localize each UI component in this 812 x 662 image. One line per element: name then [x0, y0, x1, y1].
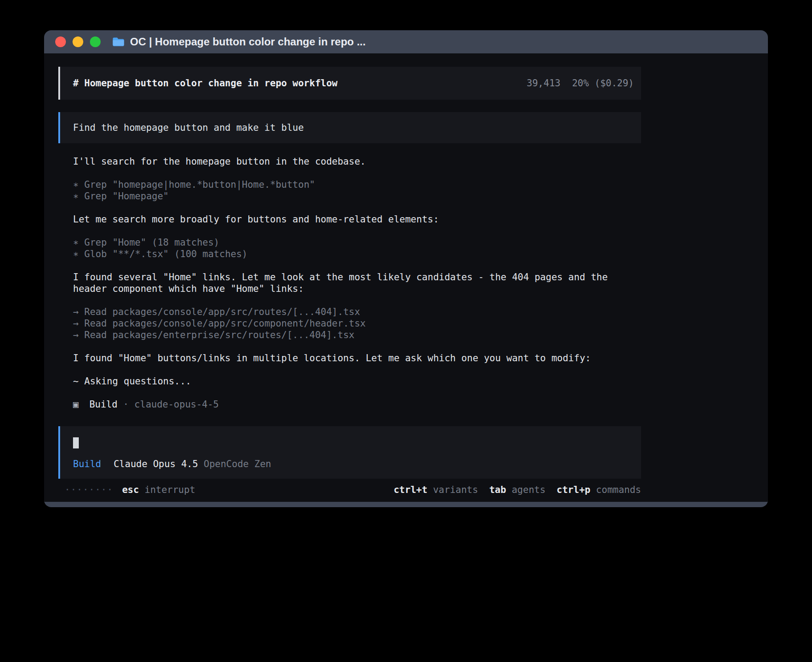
tool-call-text: Glob "**/*.tsx" (100 matches) [84, 249, 248, 259]
hint-commands: ctrl+p commands [556, 484, 641, 495]
zoom-button[interactable] [90, 36, 101, 47]
progress-dots: ········ [65, 484, 113, 495]
input-meta: BuildClaude Opus 4.5 OpenCode Zen [73, 458, 634, 470]
tool-call-group: ∗ Grep "Home" (18 matches) ∗ Glob "**/*.… [73, 237, 641, 260]
session-title: # Homepage button color change in repo w… [73, 77, 337, 89]
esc-label: interrupt [145, 484, 195, 495]
status-left: ········esc interrupt [58, 484, 195, 496]
mode-label: Build [73, 459, 101, 469]
file-read-text: Read packages/console/app/src/component/… [84, 318, 365, 329]
assistant-message: I found several "Home" links. Let me loo… [73, 271, 641, 295]
tool-call-text: Grep "Homepage" [84, 191, 169, 202]
file-read-group: → Read packages/console/app/src/routes/[… [73, 306, 641, 341]
agent-badge: ▣Build · claude-opus-4-5 [73, 399, 641, 410]
file-read-line: → Read packages/console/app/src/routes/[… [73, 306, 641, 318]
traffic-lights [55, 36, 101, 47]
esc-key: esc [122, 484, 139, 495]
tool-call-text: Grep "homepage|home.*button|Home.*button… [84, 179, 315, 190]
assistant-message: Let me search more broadly for buttons a… [73, 214, 641, 225]
hint-key: ctrl+p [556, 484, 590, 495]
tool-marker-icon: ∗ [73, 237, 79, 248]
assistant-message: I found "Home" buttons/links in multiple… [73, 352, 641, 364]
file-read-text: Read packages/enterprise/src/routes/[...… [84, 330, 354, 340]
user-message: Find the homepage button and make it blu… [58, 112, 641, 143]
tool-call-line: ∗ Grep "Homepage" [73, 190, 641, 202]
agent-square-icon: ▣ [73, 399, 79, 410]
session-stats: 39,413 20% ($0.29) [527, 77, 634, 89]
terminal-content: # Homepage button color change in repo w… [44, 53, 768, 502]
agent-name: Build [89, 399, 118, 410]
agent-separator: · [123, 399, 129, 410]
hint-key: ctrl+t [394, 484, 427, 495]
text-cursor [73, 437, 79, 448]
tool-call-text: Grep "Home" (18 matches) [84, 237, 219, 248]
tool-marker-icon: ∗ [73, 179, 79, 190]
hint-label: agents [512, 484, 545, 495]
arrow-right-icon: → [73, 330, 79, 340]
session-header: # Homepage button color change in repo w… [58, 67, 641, 100]
token-count: 39,413 [527, 77, 560, 89]
tool-marker-icon: ∗ [73, 249, 79, 259]
user-message-text: Find the homepage button and make it blu… [73, 122, 304, 133]
tool-marker-icon: ∗ [73, 191, 79, 202]
status-bar: ········esc interrupt ctrl+t variantstab… [58, 484, 641, 496]
file-read-line: → Read packages/console/app/src/componen… [73, 318, 641, 329]
tool-call-line: ∗ Glob "**/*.tsx" (100 matches) [73, 248, 641, 260]
hint-variants: ctrl+t variants [394, 484, 478, 495]
arrow-right-icon: → [73, 318, 79, 329]
window-title: OC | Homepage button color change in rep… [130, 36, 365, 48]
provider-label: OpenCode Zen [204, 459, 272, 469]
working-status: ~ Asking questions... [73, 375, 641, 387]
hint-label: commands [596, 484, 641, 495]
tool-call-line: ∗ Grep "Home" (18 matches) [73, 237, 641, 248]
file-read-text: Read packages/console/app/src/routes/[..… [84, 307, 360, 317]
close-button[interactable] [55, 36, 66, 47]
assistant-transcript: I'll search for the homepage button in t… [58, 156, 641, 410]
status-right: ctrl+t variantstab agentsctrl+p commands [382, 484, 641, 496]
tool-call-line: ∗ Grep "homepage|home.*button|Home.*butt… [73, 179, 641, 190]
terminal-window: OC | Homepage button color change in rep… [44, 30, 768, 507]
model-label: Claude Opus 4.5 [114, 459, 198, 469]
folder-icon [112, 37, 125, 47]
minimize-button[interactable] [73, 36, 83, 47]
window-titlebar[interactable]: OC | Homepage button color change in rep… [44, 30, 768, 53]
hint-agents: tab agents [489, 484, 545, 495]
context-percent-cost: 20% ($0.29) [572, 77, 634, 89]
file-read-line: → Read packages/enterprise/src/routes/[.… [73, 329, 641, 341]
prompt-input[interactable]: BuildClaude Opus 4.5 OpenCode Zen [58, 426, 641, 479]
assistant-message: I'll search for the homepage button in t… [73, 156, 641, 167]
agent-model: claude-opus-4-5 [134, 399, 219, 410]
tool-call-group: ∗ Grep "homepage|home.*button|Home.*butt… [73, 179, 641, 202]
hint-label: variants [433, 484, 478, 495]
hint-key: tab [489, 484, 506, 495]
arrow-right-icon: → [73, 307, 79, 317]
input-line[interactable] [73, 437, 634, 448]
